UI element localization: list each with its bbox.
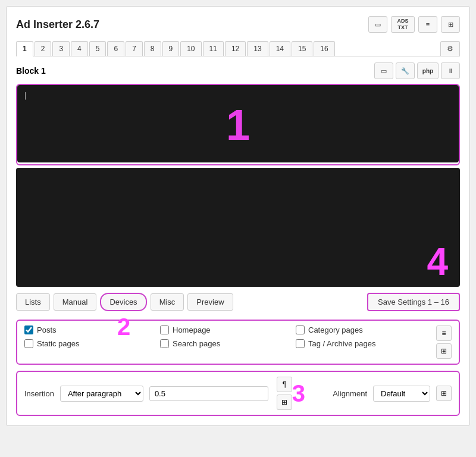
large-dark-area: 4: [16, 168, 460, 287]
search-pages-label: Search pages: [173, 339, 220, 348]
code-editor[interactable]: |: [17, 85, 459, 162]
posts-checkbox[interactable]: [24, 325, 33, 334]
tab-14[interactable]: 14: [270, 41, 290, 56]
homepage-label: Homepage: [173, 325, 211, 334]
block-number-4: 4: [415, 237, 460, 287]
tab-13[interactable]: 13: [247, 41, 268, 56]
pause-button[interactable]: ⏸: [441, 62, 460, 79]
search-pages-checkbox-item: Search pages: [160, 339, 296, 348]
manual-button[interactable]: Manual: [54, 293, 97, 311]
posts-checkbox-item: Posts: [24, 325, 160, 334]
tablet-view-button[interactable]: ▭: [368, 16, 387, 33]
block-title: Block 1: [16, 66, 46, 76]
insertion-label: Insertion: [24, 389, 54, 398]
category-pages-checkbox-item: Category pages: [296, 325, 431, 334]
checkbox-col-3: Category pages Tag / Archive pages: [296, 325, 431, 359]
header-icons: ▭ ADSTXT ≡ ⊞: [368, 16, 460, 33]
ads-txt-button[interactable]: ADSTXT: [391, 16, 415, 33]
homepage-checkbox[interactable]: [160, 325, 169, 334]
main-container: Ad Inserter 2.6.7 ▭ ADSTXT ≡ ⊞ 1 2 3 4 5…: [6, 6, 470, 426]
action-row: Lists Manual Devices Misc Preview Save S…: [16, 293, 460, 311]
insertion-section: Insertion After paragraph Before content…: [16, 371, 460, 416]
block-header: Block 1 ▭ 🔧 php ⏸: [16, 62, 460, 79]
tab-3[interactable]: 3: [52, 41, 70, 56]
homepage-checkbox-item: Homepage: [160, 325, 296, 334]
tab-6[interactable]: 6: [107, 41, 124, 56]
misc-button[interactable]: Misc: [151, 293, 184, 311]
alignment-select[interactable]: Default Left Center Right Float left Flo…: [373, 386, 430, 402]
block-header-icons: ▭ 🔧 php ⏸: [374, 62, 460, 79]
preview-device-button[interactable]: ▭: [374, 62, 393, 79]
wrench-button[interactable]: 🔧: [396, 62, 415, 79]
static-pages-checkbox[interactable]: [24, 339, 33, 348]
code-editor-wrapper: | 1: [16, 84, 460, 165]
list-view-button[interactable]: ≡: [418, 16, 437, 33]
tab-2[interactable]: 2: [35, 41, 52, 56]
tab-settings[interactable]: ⚙: [440, 41, 460, 56]
checkbox-col-1: Posts Static pages: [24, 325, 160, 359]
tag-archive-label: Tag / Archive pages: [308, 339, 375, 348]
header: Ad Inserter 2.6.7 ▭ ADSTXT ≡ ⊞: [16, 16, 460, 33]
insertion-wrapper: Insertion After paragraph Before content…: [16, 371, 460, 416]
tag-archive-checkbox-item: Tag / Archive pages: [296, 339, 431, 348]
tab-4[interactable]: 4: [71, 41, 88, 56]
checkboxes-section: Posts Static pages Homepage Search pages: [16, 320, 460, 365]
tab-10[interactable]: 10: [180, 41, 201, 56]
list-insertion-icon-button[interactable]: ⊞: [277, 395, 292, 410]
checkboxes-right-icons: ≡ ⊞: [436, 325, 452, 359]
static-pages-checkbox-item: Static pages: [24, 339, 160, 348]
tab-5[interactable]: 5: [89, 41, 107, 56]
checkbox-col-2: Homepage Search pages: [160, 325, 296, 359]
posts-label: Posts: [37, 325, 57, 334]
category-pages-checkbox[interactable]: [296, 325, 305, 334]
alignment-label: Alignment: [333, 389, 367, 398]
devices-button[interactable]: Devices: [100, 293, 146, 311]
tab-9[interactable]: 9: [162, 41, 180, 56]
tab-12[interactable]: 12: [225, 41, 246, 56]
list-icon-button[interactable]: ≡: [436, 325, 452, 341]
tag-archive-checkbox[interactable]: [296, 339, 305, 348]
tab-1[interactable]: 1: [16, 41, 33, 57]
alignment-icon-button[interactable]: ⊞: [436, 386, 452, 401]
tab-11[interactable]: 11: [203, 41, 224, 56]
checkboxes-wrapper: Posts Static pages Homepage Search pages: [16, 320, 460, 365]
lists-button[interactable]: Lists: [16, 293, 50, 311]
static-pages-label: Static pages: [37, 339, 80, 348]
middle-icons: ¶ ⊞: [277, 377, 292, 410]
insertion-select[interactable]: After paragraph Before content After con…: [60, 386, 143, 402]
grid-view-button[interactable]: ⊞: [441, 16, 460, 33]
tabs-row: 1 2 3 4 5 6 7 8 9 10 11 12 13 14 15 16 ⚙: [16, 41, 460, 57]
category-pages-label: Category pages: [308, 325, 363, 334]
grid-small-icon-button[interactable]: ⊞: [436, 343, 452, 359]
app-title: Ad Inserter 2.6.7: [16, 18, 99, 31]
insertion-value-input[interactable]: [149, 386, 268, 401]
tab-15[interactable]: 15: [292, 41, 312, 56]
save-button[interactable]: Save Settings 1 – 16: [367, 293, 460, 311]
tab-8[interactable]: 8: [144, 41, 161, 56]
php-button[interactable]: php: [417, 62, 439, 79]
tab-7[interactable]: 7: [126, 41, 143, 56]
preview-button[interactable]: Preview: [187, 293, 233, 311]
paragraph-icon-button[interactable]: ¶: [277, 377, 292, 392]
search-pages-checkbox[interactable]: [160, 339, 169, 348]
tab-16[interactable]: 16: [314, 41, 334, 56]
